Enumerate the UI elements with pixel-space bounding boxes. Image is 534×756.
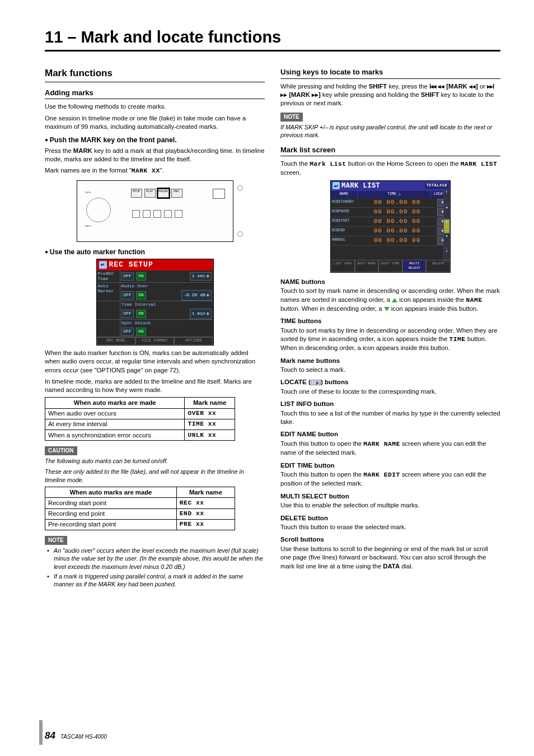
caution-p2: These are only added to the file (take),… — [45, 468, 265, 484]
auto-p2: In timeline mode, marks are added to the… — [45, 377, 265, 395]
def-edit-name: EDIT NAME button — [280, 430, 500, 438]
subsection-mark-list-screen: Mark list screen — [280, 145, 500, 157]
def-scroll: Scroll buttons — [280, 535, 500, 544]
note-tag: NOTE — [45, 536, 67, 545]
locate-p1: While pressing and holding the SHIFT key… — [280, 82, 500, 108]
push-mark-head: Push the MARK key on the front panel. — [45, 136, 265, 145]
def-edit-time-body: Touch this button to open the MARK EDIT … — [280, 470, 500, 488]
right-column: Using keys to locate to marks While pres… — [280, 67, 500, 590]
def-time-buttons: TIME buttons — [280, 316, 500, 325]
page-footer: 84 TASCAM HS-4000 — [45, 730, 107, 741]
def-list-info-body: Touch this to see a list of the number o… — [280, 409, 500, 427]
caution-tag: CAUTION — [45, 446, 77, 455]
def-list-info: LIST INFO button — [280, 399, 500, 408]
def-delete-body: Touch this button to erase the selected … — [280, 523, 500, 531]
footer-brand: TASCAM HS-4000 — [60, 734, 107, 740]
adding-p1: Use the following methods to create mark… — [45, 102, 265, 111]
screen-p1: Touch the Mark List button on the Home S… — [280, 160, 500, 178]
def-edit-name-body: Touch this button to open the MARK NAME … — [280, 440, 500, 458]
mark-list-figure: ↩MARK LISTTOTAL#18 NAMETIME △LOCATE BC$S… — [330, 180, 451, 273]
caution-p1: The following auto marks can be turned o… — [45, 457, 265, 465]
rec-setup-figure: REC SETUP PreREC TimeOFFON1 sec◉ Auto Ma… — [96, 259, 214, 346]
section-mark-functions: Mark functions — [45, 67, 265, 82]
def-multi-select: MULTI SELECT button — [280, 492, 500, 501]
adding-p2: One session in timeline mode or one file… — [45, 114, 265, 132]
auto-p1: When the auto marker function is ON, mar… — [45, 349, 265, 375]
note-tag-right: NOTE — [280, 113, 303, 122]
auto-marker-head: Use the auto marker function — [45, 248, 265, 257]
subsection-adding-marks: Adding marks — [45, 88, 265, 100]
left-column: Mark functions Adding marks Use the foll… — [45, 67, 265, 590]
rec-setup-title: REC SETUP — [97, 259, 213, 270]
note-list: An "audio over" occurs when the level ex… — [45, 547, 265, 589]
triangle-down-icon — [384, 307, 390, 311]
front-panel-figure: DATA MARK STOPPLAYPAUSEREC — [77, 180, 233, 242]
push-mark-p2: Mark names are in the format "MARK XX". — [45, 166, 265, 175]
subsection-using-keys: Using keys to locate to marks — [280, 67, 500, 79]
def-delete: DELETE button — [280, 514, 500, 522]
locate-icon — [311, 380, 321, 385]
auto-marks-table-1: When auto marks are madeMark name When a… — [45, 397, 235, 441]
def-name-body: Touch to sort by mark name in descending… — [280, 287, 500, 313]
triangle-up-icon — [392, 298, 397, 302]
auto-marks-table-2: When auto marks are madeMark name Record… — [45, 487, 235, 530]
push-mark-p1: Press the MARK key to add a mark at that… — [45, 147, 265, 164]
def-scroll-body: Use these buttons to scroll to the begin… — [280, 545, 500, 571]
page-side-tab — [39, 720, 43, 745]
locate-note: If MARK SKIP +/– is input using parallel… — [280, 123, 500, 139]
page-number: 84 — [45, 730, 55, 741]
def-locate-buttons: LOCATE () buttons — [280, 377, 500, 386]
chapter-title: 11 – Mark and locate functions — [45, 28, 500, 52]
def-edit-time: EDIT TIME button — [280, 461, 500, 470]
def-locate-body: Touch one of these to locate to the corr… — [280, 388, 500, 396]
def-time-body: Touch to sort marks by time in descendin… — [280, 326, 500, 353]
def-mark-name-buttons: Mark name buttons — [280, 356, 500, 365]
def-mark-name-body: Touch to select a mark. — [280, 366, 500, 374]
def-multi-select-body: Use this to enable the selection of mult… — [280, 501, 500, 510]
def-name-buttons: NAME buttons — [280, 277, 500, 286]
